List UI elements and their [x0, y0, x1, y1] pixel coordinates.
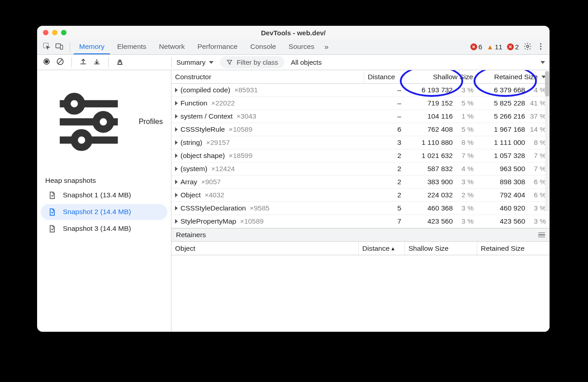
ret-col-object[interactable]: Object [171, 242, 359, 255]
snapshot-1-item[interactable]: Snapshot 1 (13.4 MB) [41, 187, 167, 203]
svg-point-16 [67, 96, 81, 111]
table-row[interactable]: Function ×22022–719 1525 %5 825 22841 % [171, 97, 550, 110]
close-window-button[interactable] [43, 30, 48, 35]
profiles-header[interactable]: Profiles [37, 74, 171, 170]
shallow-size-value: 1 021 632 [422, 152, 453, 160]
expand-icon[interactable] [175, 101, 178, 105]
instance-count: ×3043 [237, 112, 256, 120]
constructor-name: (compiled code) [180, 86, 230, 94]
constructor-name: (system) [180, 165, 207, 173]
table-header: Constructor Distance Shallow Size Retain… [171, 70, 550, 84]
snapshot-2-item[interactable]: Snapshot 2 (14.4 MB) [41, 204, 167, 220]
sliders-icon [45, 78, 133, 166]
table-row[interactable]: (system) ×124242587 8324 %963 5007 % [171, 162, 550, 176]
ret-col-distance[interactable]: Distance▲ [359, 242, 405, 255]
shallow-size-pct: 2 % [457, 191, 474, 199]
download-icon[interactable] [93, 57, 101, 67]
shallow-size-value: 423 560 [427, 217, 453, 225]
col-constructor[interactable]: Constructor [171, 71, 364, 83]
tab-elements[interactable]: Elements [112, 40, 152, 54]
retained-size-value: 5 825 228 [494, 99, 525, 107]
tab-network[interactable]: Network [154, 40, 190, 54]
expand-icon[interactable] [175, 167, 178, 171]
expand-icon[interactable] [175, 206, 178, 210]
table-row[interactable]: (string) ×2915731 110 8808 %1 111 0008 % [171, 136, 550, 149]
tab-memory[interactable]: Memory [74, 40, 110, 54]
record-icon[interactable] [43, 57, 51, 67]
ret-col-shallow[interactable]: Shallow Size [405, 242, 477, 255]
ret-col-retained[interactable]: Retained Size [477, 242, 550, 255]
expand-icon[interactable] [175, 219, 178, 224]
col-distance[interactable]: Distance [364, 71, 405, 83]
shallow-size-pct: 5 % [457, 125, 474, 134]
svg-point-6 [540, 48, 541, 49]
all-objects-dropdown[interactable]: All objects [291, 58, 322, 66]
more-menu-icon[interactable] [536, 42, 545, 52]
errors-badge[interactable]: ✕ 6 [470, 43, 482, 51]
svg-line-10 [58, 59, 63, 64]
table-row[interactable]: StylePropertyMap ×105897423 5603 %423 56… [171, 215, 550, 228]
device-toolbar-icon[interactable] [55, 42, 63, 52]
table-row[interactable]: CSSStyleRule ×105896762 4085 %1 967 1681… [171, 123, 550, 136]
instance-count: ×9585 [250, 204, 270, 212]
filter-by-class-input[interactable]: Filter by class [220, 56, 285, 68]
more-tabs-icon[interactable]: » [322, 43, 331, 52]
heap-snapshots-label: Heap snapshots [37, 171, 171, 186]
instance-count: ×12424 [211, 165, 235, 173]
table-row[interactable]: system / Context ×3043–104 1161 %5 266 2… [171, 110, 550, 123]
retained-size-pct: 6 % [530, 191, 546, 199]
col-retained-size[interactable]: Retained Size [477, 71, 550, 83]
memory-toolbar: Summary Filter by class All objects [37, 55, 550, 70]
sidebar: Profiles Heap snapshots Snapshot 1 (13.4… [37, 70, 171, 332]
issues-badge[interactable]: ✕ 2 [507, 43, 519, 51]
tab-sources[interactable]: Sources [283, 40, 320, 54]
retained-size-value: 460 920 [500, 204, 525, 212]
scrollbar[interactable] [545, 71, 549, 211]
snapshot-3-item[interactable]: Snapshot 3 (14.4 MB) [41, 221, 167, 237]
tab-console[interactable]: Console [245, 40, 281, 54]
overflow-icon[interactable] [541, 61, 545, 64]
summary-dropdown[interactable]: Summary [176, 58, 213, 66]
settings-icon[interactable] [523, 42, 532, 52]
expand-icon[interactable] [175, 88, 178, 92]
distance-cell: 2 [364, 177, 405, 187]
expand-icon[interactable] [175, 114, 178, 119]
tab-performance[interactable]: Performance [192, 40, 243, 54]
inspect-icon[interactable] [43, 42, 51, 52]
expand-icon[interactable] [175, 153, 178, 158]
expand-icon[interactable] [175, 127, 178, 132]
shallow-size-value: 460 368 [427, 204, 453, 212]
expand-icon[interactable] [175, 180, 178, 184]
instance-count: ×4032 [204, 191, 224, 199]
summary-label: Summary [176, 58, 205, 66]
col-shallow-size[interactable]: Shallow Size [405, 71, 477, 83]
hamburger-icon[interactable] [538, 233, 545, 238]
retainers-bar[interactable]: Retainers [171, 228, 550, 242]
table-row[interactable]: (object shape) ×1859921 021 6327 %1 057 … [171, 149, 550, 162]
constructor-name: CSSStyleDeclaration [180, 204, 246, 212]
shallow-size-value: 6 193 732 [422, 86, 453, 94]
upload-icon[interactable] [79, 57, 87, 67]
table-row[interactable]: CSSStyleDeclaration ×95855460 3683 %460 … [171, 202, 550, 215]
clear-icon[interactable] [56, 57, 64, 67]
shallow-size-value: 224 032 [427, 191, 453, 199]
table-row[interactable]: Object ×40322224 0322 %792 4046 % [171, 189, 550, 202]
table-row[interactable]: (compiled code) ×85931–6 193 7323 %6 379… [171, 84, 550, 97]
distance-cell: 5 [364, 203, 405, 213]
retained-size-pct: 8 % [530, 138, 546, 147]
retained-size-value: 963 500 [500, 165, 525, 173]
expand-icon[interactable] [175, 140, 178, 145]
scrollbar-thumb[interactable] [545, 71, 549, 96]
table-row[interactable]: Array ×90572383 9003 %898 3086 % [171, 176, 550, 189]
retained-size-value: 5 266 216 [494, 112, 525, 120]
devtools-window: DevTools - web.dev/ Memory Elements Netw… [37, 26, 550, 332]
instance-count: ×9057 [201, 178, 221, 186]
collect-garbage-icon[interactable] [116, 57, 124, 67]
zoom-window-button[interactable] [61, 30, 66, 35]
distance-cell: 2 [364, 151, 405, 161]
warnings-badge[interactable]: ▲ 11 [487, 43, 503, 51]
instance-count: ×29157 [206, 138, 230, 147]
devtools-tabbar: Memory Elements Network Performance Cons… [37, 39, 550, 55]
expand-icon[interactable] [175, 193, 178, 197]
minimize-window-button[interactable] [52, 30, 57, 35]
